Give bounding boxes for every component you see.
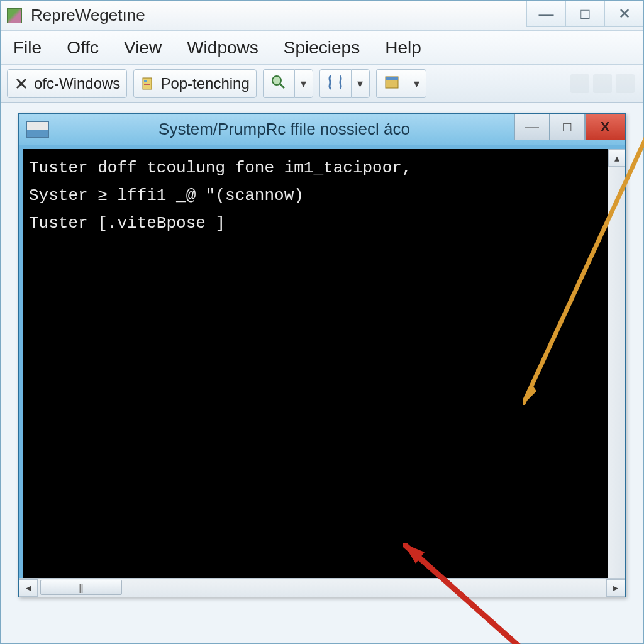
scroll-right-button[interactable]: ▸ (606, 579, 625, 597)
console-close-button[interactable]: X (585, 114, 625, 140)
console-line: Tuster doff tcoulung fone im1_tacipoor, (29, 158, 412, 177)
outer-window-controls: — □ ✕ (526, 1, 643, 31)
script-icon (327, 74, 343, 93)
svg-rect-2 (144, 84, 150, 85)
console-line: Tuster [.viteBpose ] (29, 214, 225, 233)
console-window: System/PrumpRc ffile nossiecl áco — □ X … (18, 113, 626, 597)
toolbar: ofc-Windows Pop-tenching ▾ ▾ (1, 65, 643, 103)
zoom-tool: ▾ (263, 69, 313, 98)
outer-titlebar[interactable]: RepreWegetıne — □ ✕ (1, 1, 643, 31)
outer-minimize-button[interactable]: — (526, 1, 565, 27)
window-dropdown[interactable]: ▾ (408, 69, 426, 98)
console-line: Syster ≥ lffi1 _@ "(scannow) (29, 186, 304, 205)
console-titlebar[interactable]: System/PrumpRc ffile nossiecl áco — □ X (19, 114, 625, 145)
svg-point-3 (272, 76, 281, 85)
scroll-track[interactable] (608, 167, 625, 578)
tab-label: Pop-tenching (160, 75, 249, 92)
window-tool: ▾ (376, 69, 426, 98)
menu-bar: File Offc View Widpows Spiecieps Help (1, 31, 643, 65)
zoom-dropdown[interactable]: ▾ (294, 69, 313, 98)
window-button[interactable] (376, 69, 408, 98)
scroll-track[interactable]: ǁ (38, 579, 606, 597)
outer-maximize-button[interactable]: □ (565, 1, 604, 27)
script-button[interactable] (319, 69, 351, 98)
horizontal-scrollbar[interactable]: ◂ ǁ ▸ (19, 578, 625, 597)
svg-line-4 (280, 84, 284, 88)
outer-app-window: RepreWegetıne — □ ✕ File Offc View Widpo… (0, 0, 644, 644)
disabled-tool-icon (570, 74, 589, 93)
window-icon (384, 75, 399, 92)
tab-pop-tenching[interactable]: Pop-tenching (133, 69, 256, 98)
console-icon (26, 121, 49, 138)
menu-offc[interactable]: Offc (63, 35, 103, 60)
client-area: System/PrumpRc ffile nossiecl áco — □ X … (1, 103, 643, 643)
menu-spiecieps[interactable]: Spiecieps (280, 35, 364, 60)
console-output[interactable]: Tuster doff tcoulung fone im1_tacipoor, … (23, 149, 608, 578)
document-icon (140, 76, 155, 91)
vertical-scrollbar[interactable]: ▴ (608, 149, 625, 578)
scroll-thumb[interactable]: ǁ (40, 580, 122, 595)
tab-label: ofc-Windows (34, 75, 120, 92)
svg-rect-1 (144, 80, 147, 82)
tab-ofc-windows[interactable]: ofc-Windows (7, 69, 127, 98)
disabled-toolbar-group (570, 74, 637, 93)
scroll-up-button[interactable]: ▴ (608, 149, 625, 167)
close-tab-icon (14, 76, 29, 91)
zoom-button[interactable] (263, 69, 294, 98)
script-tool: ▾ (319, 69, 370, 98)
app-icon (7, 8, 22, 23)
scroll-left-button[interactable]: ◂ (19, 579, 38, 597)
disabled-tool-icon (616, 74, 635, 93)
outer-close-button[interactable]: ✕ (604, 1, 643, 27)
menu-view[interactable]: View (120, 35, 165, 60)
app-title: RepreWegetıne (31, 6, 145, 25)
svg-rect-6 (386, 77, 398, 80)
console-body: Tuster doff tcoulung fone im1_tacipoor, … (19, 145, 625, 578)
script-dropdown[interactable]: ▾ (351, 69, 370, 98)
magnifier-icon (270, 74, 287, 93)
menu-help[interactable]: Help (381, 35, 425, 60)
console-window-controls: — □ X (514, 114, 625, 142)
disabled-tool-icon (593, 74, 612, 93)
console-minimize-button[interactable]: — (514, 114, 550, 140)
menu-widpows[interactable]: Widpows (183, 35, 262, 60)
menu-file[interactable]: File (9, 35, 45, 60)
console-maximize-button[interactable]: □ (550, 114, 585, 140)
